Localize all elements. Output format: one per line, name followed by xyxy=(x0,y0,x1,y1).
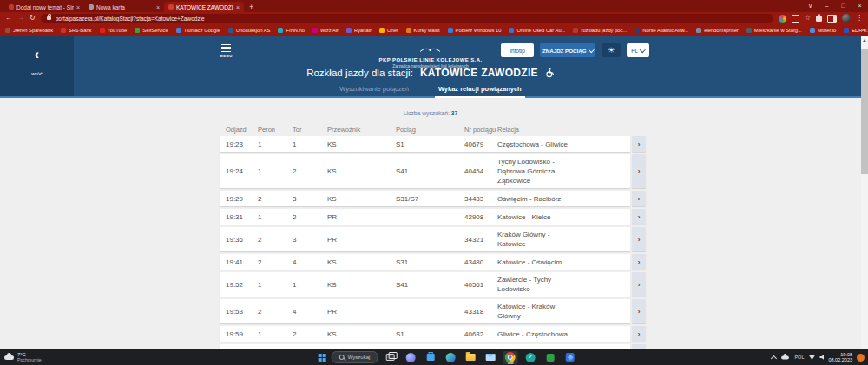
taskbar-chat-icon[interactable] xyxy=(403,351,418,364)
bookmark-item[interactable]: Online Used Car Au... xyxy=(509,28,565,33)
browser-tab[interactable]: Nowa karta × xyxy=(84,2,164,12)
start-button-icon[interactable] xyxy=(319,354,322,357)
tab-search-connections[interactable]: Wyszukiwanie połączeń xyxy=(336,85,412,96)
chevron-right-icon: › xyxy=(638,140,641,148)
bookmark-star-icon[interactable]: ☆ xyxy=(805,15,811,22)
back-icon[interactable]: ← xyxy=(5,15,12,22)
cell-nr-pociagu: 34433 xyxy=(464,194,497,204)
bookmarks-overflow-icon[interactable]: » xyxy=(862,24,865,36)
bookmark-label: FINN.no xyxy=(286,28,305,33)
bookmark-label: Wizz Air xyxy=(320,28,339,33)
browser-menu-icon[interactable]: ⋮ xyxy=(856,15,863,22)
tab-strip: Dodaj nowy temat - SimRail For... × Nowa… xyxy=(4,2,244,12)
bookmark-item[interactable]: Tłumacz Google xyxy=(176,28,220,33)
tab-search-icon[interactable]: ∨ xyxy=(802,0,819,11)
bookmark-item[interactable]: rozkładu jazdy poc... xyxy=(573,28,627,33)
bookmark-item[interactable]: Pobierz Windows 10 xyxy=(448,28,502,33)
row-expand-button[interactable]: › xyxy=(632,326,646,342)
taskbar-mail-icon[interactable] xyxy=(483,351,497,364)
taskbar-search[interactable]: Wyszukaj xyxy=(332,351,378,363)
cell-peron: 2 xyxy=(258,235,293,244)
search-icon xyxy=(339,355,345,360)
wifi-icon[interactable] xyxy=(808,355,815,360)
browser-tab[interactable]: Dodaj nowy temat - SimRail For... × xyxy=(4,2,84,12)
close-button[interactable]: × xyxy=(852,0,868,11)
bookmark-item[interactable]: FINN.no xyxy=(278,28,305,33)
bookmark-item[interactable]: Onet xyxy=(379,28,398,33)
bookmark-item[interactable]: Wizz Air xyxy=(312,28,339,33)
row-expand-button[interactable]: › xyxy=(632,209,646,225)
profile-avatar[interactable] xyxy=(842,14,851,23)
scrollbar-up-icon[interactable] xyxy=(861,36,868,43)
scrollbar-thumb[interactable] xyxy=(861,49,868,174)
page-scrollbar[interactable] xyxy=(861,36,868,349)
menu-button[interactable]: MENU xyxy=(220,44,233,58)
row-expand-button[interactable]: › xyxy=(632,272,646,297)
share-icon[interactable] xyxy=(792,15,799,23)
row-expand-button[interactable]: › xyxy=(632,254,646,270)
extensions-puzzle-icon[interactable] xyxy=(816,16,822,22)
notification-badge[interactable] xyxy=(857,354,865,362)
volume-icon[interactable] xyxy=(819,355,824,360)
bookmark-item[interactable]: Ryanair xyxy=(346,28,372,33)
taskbar-store-icon[interactable] xyxy=(423,351,437,364)
row-expand-button[interactable]: › xyxy=(632,191,646,206)
infotip-button[interactable]: Infotip xyxy=(501,43,534,57)
bookmark-item[interactable]: Norse Atlantic Airw... xyxy=(635,28,688,33)
bookmark-label: YouTube xyxy=(108,28,128,33)
taskbar-photos-icon[interactable] xyxy=(562,351,577,364)
taskbar-green-tile-icon[interactable] xyxy=(542,351,557,364)
station-name: KATOWICE ZAWODZIE xyxy=(420,67,538,79)
onedrive-cloud-icon[interactable] xyxy=(782,355,790,359)
taskbar-task-view-icon[interactable] xyxy=(383,351,398,364)
cell-nr-pociagu: 43480 xyxy=(464,257,497,267)
keyboard-language[interactable]: POL xyxy=(794,355,804,360)
extension-pinwheel-icon[interactable] xyxy=(779,15,786,23)
bookmark-item[interactable]: Jæren Sparebank xyxy=(5,28,53,33)
bookmark-item[interactable]: eiendomspriser xyxy=(696,28,739,33)
forward-icon[interactable]: → xyxy=(17,15,24,22)
row-expand-button[interactable]: › xyxy=(632,154,646,188)
bookmark-item[interactable]: Mieszkanie w Starg... xyxy=(746,28,802,33)
chevron-right-icon: › xyxy=(638,258,641,266)
tab-title: Dodaj nowy temat - SimRail For... xyxy=(16,4,74,10)
language-selector[interactable]: PL xyxy=(627,43,649,57)
bookmark-item[interactable]: slither.io xyxy=(810,28,836,33)
taskbar-weather-widget[interactable]: 7°C Pochmurnie xyxy=(4,349,42,365)
row-expand-button[interactable]: › xyxy=(632,227,646,251)
bookmark-item[interactable]: SelfService xyxy=(135,28,168,33)
find-train-button[interactable]: ZNAJDŹ POCIĄG xyxy=(540,43,595,57)
reload-icon[interactable]: ↻ xyxy=(30,15,36,22)
minimize-button[interactable]: – xyxy=(819,0,835,11)
column-header: Odjazd xyxy=(226,126,258,134)
row-expand-button[interactable]: › xyxy=(632,299,646,323)
bookmark-item[interactable]: Unoauksjon AS xyxy=(228,28,271,33)
maximize-button[interactable]: □ xyxy=(835,0,852,11)
table-row: 19:29 2 3 KS S31/S7 34433 Oświęcim - Rac… xyxy=(220,191,647,206)
tab-related-relations[interactable]: Wykaz relacji powiązanych xyxy=(435,85,525,98)
column-header: Nr pociągu xyxy=(464,126,497,134)
taskbar-clock[interactable]: 19:08 08.02.2023 xyxy=(828,352,852,363)
row-expand-button[interactable]: › xyxy=(632,136,646,152)
new-tab-button[interactable]: + xyxy=(249,2,253,12)
taskbar-file-explorer-icon[interactable] xyxy=(463,351,477,364)
row-card: 19:53 2 4 PR 43318 Katowice - Kraków Głó… xyxy=(220,299,630,323)
bookmark-label: SR1-Bank xyxy=(69,28,91,33)
contrast-button[interactable]: ☀ xyxy=(602,43,621,57)
bookmark-item[interactable]: Kursy walut xyxy=(406,28,440,33)
tray-chevron-up-icon[interactable] xyxy=(771,355,777,361)
results-count-line: Liczba wyszukań: 37 xyxy=(0,110,861,116)
tab-close-icon[interactable]: × xyxy=(236,4,240,10)
browser-tab[interactable]: KATOWICE ZAWODZIE - Rozkład... × xyxy=(164,2,244,12)
table-row: 19:23 1 1 KS S1 40679 Częstochowa - Gliw… xyxy=(220,136,647,152)
taskbar-chrome-icon[interactable] xyxy=(503,351,517,364)
cell-przewoznik: KS xyxy=(327,166,396,176)
taskbar-tasks-check-icon[interactable]: ✓ xyxy=(523,351,537,364)
address-bar[interactable]: portalpasazera.pl/KatalogStacji?stacja=K… xyxy=(41,14,773,23)
side-panel-icon[interactable] xyxy=(827,15,837,23)
bookmark-item[interactable]: SR1-Bank xyxy=(61,28,91,33)
taskbar-edge-icon[interactable] xyxy=(443,351,457,364)
tab-close-icon[interactable]: × xyxy=(76,4,80,10)
tab-close-icon[interactable]: × xyxy=(156,4,160,10)
bookmark-item[interactable]: YouTube xyxy=(100,28,128,33)
